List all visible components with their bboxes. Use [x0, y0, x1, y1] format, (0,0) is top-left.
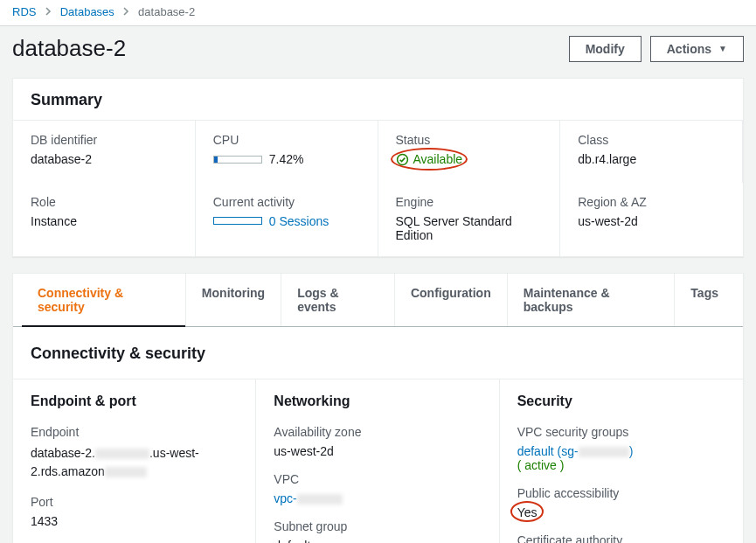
class-value: db.r4.large — [578, 152, 725, 166]
security-title: Security — [517, 393, 725, 409]
modify-button-label: Modify — [586, 42, 625, 56]
sessions-link[interactable]: 0 Sessions — [269, 214, 329, 228]
tab-tags[interactable]: Tags — [675, 274, 734, 326]
public-accessibility-value: Yes — [517, 505, 538, 519]
endpoint-label: Endpoint — [31, 425, 238, 439]
db-identifier-value: database-2 — [31, 152, 177, 166]
subnet-group-value: default — [274, 539, 481, 544]
status-value: Available — [396, 152, 463, 166]
endpoint-port-column: Endpoint & port Endpoint database-2..us-… — [13, 379, 256, 544]
tab-bar: Connectivity & security Monitoring Logs … — [13, 274, 743, 327]
breadcrumb-rds[interactable]: RDS — [12, 5, 36, 18]
port-label: Port — [31, 495, 238, 509]
security-group-link[interactable]: default (sg-) — [517, 444, 634, 458]
availability-zone-value: us-west-2d — [274, 444, 481, 458]
public-accessibility-text: Yes — [517, 505, 538, 519]
vpc-label: VPC — [274, 472, 481, 486]
actions-dropdown-button[interactable]: Actions ▼ — [650, 36, 744, 62]
detail-tabs-panel: Connectivity & security Monitoring Logs … — [12, 273, 744, 544]
security-column: Security VPC security groups default (sg… — [500, 379, 743, 544]
role-label: Role — [31, 195, 177, 209]
security-group-status: ( active ) — [517, 458, 725, 472]
page-title: database-2 — [12, 35, 126, 62]
cpu-label: CPU — [213, 133, 360, 147]
tab-connectivity-security[interactable]: Connectivity & security — [22, 274, 186, 326]
vpc-security-groups-label: VPC security groups — [517, 425, 725, 439]
summary-title: Summary — [13, 79, 743, 120]
region-az-value: us-west-2d — [578, 214, 725, 228]
engine-value: SQL Server Standard Edition — [396, 214, 543, 242]
certificate-authority-label: Certificate authority — [517, 533, 725, 544]
engine-label: Engine — [396, 195, 543, 209]
breadcrumb-current: database-2 — [138, 5, 195, 18]
endpoint-prefix: database-2. — [31, 446, 95, 460]
actions-button-label: Actions — [667, 42, 711, 56]
breadcrumb-databases[interactable]: Databases — [60, 5, 114, 18]
redacted-text — [105, 467, 147, 477]
sg-prefix: default (sg- — [517, 444, 579, 458]
tab-maintenance-backups[interactable]: Maintenance & backups — [508, 274, 676, 326]
chevron-right-icon — [45, 5, 52, 18]
cpu-bar — [213, 156, 262, 164]
status-label: Status — [396, 133, 543, 147]
redacted-text — [297, 494, 343, 505]
caret-down-icon: ▼ — [718, 44, 727, 53]
activity-label: Current activity — [213, 195, 360, 209]
endpoint-value: database-2..us-west-2.rds.amazon — [31, 444, 238, 481]
cpu-value: 7.42% — [269, 152, 304, 166]
check-circle-icon — [396, 153, 409, 166]
tab-logs-events[interactable]: Logs & events — [281, 274, 395, 326]
availability-zone-label: Availability zone — [274, 425, 481, 439]
db-identifier-label: DB identifier — [31, 133, 177, 147]
breadcrumb: RDS Databases database-2 — [0, 0, 756, 26]
region-az-label: Region & AZ — [578, 195, 725, 209]
tab-monitoring[interactable]: Monitoring — [186, 274, 281, 326]
endpoint-port-title: Endpoint & port — [31, 393, 238, 409]
tab-configuration[interactable]: Configuration — [395, 274, 508, 326]
vpc-link-text: vpc- — [274, 491, 296, 505]
public-accessibility-label: Public accessibility — [517, 486, 725, 500]
modify-button[interactable]: Modify — [569, 36, 642, 62]
port-value: 1433 — [31, 514, 238, 528]
connectivity-section-title: Connectivity & security — [31, 345, 725, 363]
networking-column: Networking Availability zone us-west-2d … — [256, 379, 499, 544]
class-label: Class — [578, 133, 725, 147]
role-value: Instance — [31, 214, 177, 228]
vpc-link[interactable]: vpc- — [274, 491, 342, 505]
redacted-text — [579, 447, 629, 457]
sessions-bar — [213, 217, 262, 225]
chevron-right-icon — [122, 5, 129, 18]
sg-suffix: ) — [629, 444, 634, 458]
networking-title: Networking — [274, 393, 481, 409]
subnet-group-label: Subnet group — [274, 519, 481, 533]
summary-panel: Summary DB identifier database-2 CPU 7.4… — [12, 78, 744, 257]
redacted-text — [95, 449, 149, 459]
status-text: Available — [413, 152, 463, 166]
